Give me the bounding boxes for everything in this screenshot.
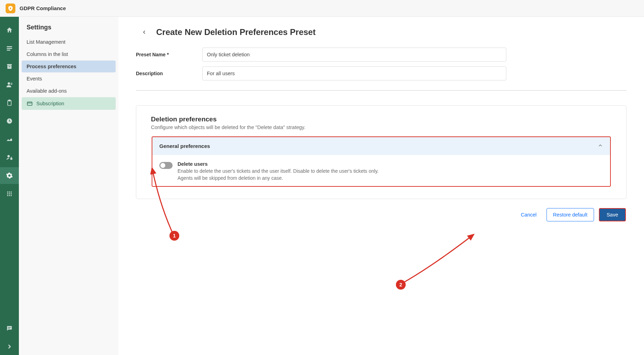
accordion-body: Delete users Enable to delete the user's…: [152, 155, 610, 186]
svg-rect-9: [10, 84, 12, 85]
chevron-left-icon: [142, 30, 147, 35]
accordion-label: General preferences: [159, 143, 210, 149]
left-rail: [0, 17, 19, 355]
svg-rect-1: [7, 46, 12, 47]
toggle-title: Delete users: [178, 161, 379, 167]
main-content: Create New Deletion Preferences Preset P…: [118, 17, 644, 355]
settings-item-events[interactable]: Events: [22, 73, 116, 85]
preset-name-label: Preset Name *: [136, 52, 202, 57]
rail-user-icon[interactable]: [0, 76, 19, 93]
app-logo-icon: [6, 3, 15, 13]
svg-rect-4: [7, 64, 12, 65]
settings-item-label: Events: [27, 76, 42, 81]
save-button[interactable]: Save: [599, 208, 626, 221]
svg-rect-14: [10, 158, 13, 160]
card-icon: [27, 100, 33, 107]
svg-rect-6: [9, 66, 10, 67]
settings-item-subscription[interactable]: Subscription: [22, 97, 116, 110]
preset-name-input[interactable]: [202, 48, 506, 62]
svg-rect-25: [8, 328, 10, 328]
page-title: Create New Deletion Preferences Preset: [156, 27, 316, 37]
rail-home-icon[interactable]: [0, 22, 19, 38]
svg-rect-8: [10, 83, 12, 84]
description-label: Description: [136, 71, 202, 76]
svg-point-20: [10, 193, 12, 194]
rail-clock-icon[interactable]: [0, 113, 19, 129]
annotation-arrow-2: [395, 231, 479, 287]
svg-point-22: [9, 195, 10, 196]
back-button[interactable]: [140, 28, 149, 36]
svg-rect-26: [27, 102, 32, 106]
delete-users-toggle[interactable]: [159, 162, 173, 169]
card-subtitle: Configure which objects will be deleted …: [151, 125, 612, 130]
settings-item-columns[interactable]: Columns in the list: [22, 48, 116, 60]
divider: [136, 90, 627, 91]
rail-clipboard-icon[interactable]: [0, 94, 19, 111]
badge-number: 1: [173, 233, 176, 239]
rail-expand-icon[interactable]: [0, 338, 19, 355]
rail-locked-user-icon[interactable]: [0, 149, 19, 166]
svg-point-23: [10, 195, 12, 196]
chevron-up-icon: [598, 143, 603, 149]
svg-point-16: [9, 191, 10, 192]
settings-item-label: List Management: [27, 39, 65, 45]
svg-point-7: [8, 82, 10, 85]
rail-apps-icon[interactable]: [0, 185, 19, 202]
svg-rect-3: [7, 50, 10, 51]
settings-item-addons[interactable]: Available add-ons: [22, 85, 116, 97]
badge-number: 2: [399, 282, 402, 287]
svg-rect-24: [8, 327, 11, 328]
rail-archive-icon[interactable]: [0, 58, 19, 75]
rail-chart-icon[interactable]: [0, 131, 19, 148]
svg-point-21: [7, 195, 8, 196]
annotation-badge-2: 2: [396, 280, 406, 290]
deletion-preferences-card: Deletion preferences Configure which obj…: [136, 105, 627, 199]
settings-item-process-preferences[interactable]: Process preferences: [22, 61, 116, 72]
card-title: Deletion preferences: [151, 115, 612, 123]
description-input[interactable]: [202, 66, 506, 80]
svg-rect-11: [9, 100, 10, 101]
settings-item-label: Available add-ons: [27, 88, 67, 94]
settings-item-label: Columns in the list: [27, 51, 68, 57]
rail-list-icon[interactable]: [0, 40, 19, 57]
app-header: GDPR Compliance: [0, 0, 644, 17]
svg-point-17: [10, 191, 12, 192]
app-title: GDPR Compliance: [20, 5, 66, 11]
restore-default-button[interactable]: Restore default: [547, 208, 594, 221]
svg-point-18: [7, 193, 8, 194]
toggle-desc-line2: Agents will be skipped from deletion in …: [178, 175, 379, 182]
toggle-desc-line1: Enable to delete the user's tickets and …: [178, 168, 379, 175]
settings-title: Settings: [22, 24, 116, 36]
svg-point-19: [9, 193, 10, 194]
cancel-button[interactable]: Cancel: [516, 208, 541, 221]
rail-chat-icon[interactable]: [0, 320, 19, 337]
svg-rect-5: [7, 66, 12, 69]
svg-point-13: [7, 155, 10, 157]
annotation-badge-1: 1: [169, 231, 179, 241]
general-preferences-accordion: General preferences Delete users Enable …: [152, 136, 611, 187]
rail-settings-icon[interactable]: [0, 167, 19, 184]
settings-item-label: Subscription: [36, 101, 64, 106]
settings-sidebar: Settings List Management Columns in the …: [19, 17, 118, 355]
svg-point-0: [10, 7, 11, 8]
svg-point-15: [7, 191, 8, 192]
action-row: Cancel Restore default Save: [136, 208, 626, 221]
svg-rect-2: [7, 48, 12, 49]
toggle-text: Delete users Enable to delete the user's…: [178, 161, 379, 182]
settings-item-label: Process preferences: [27, 64, 77, 69]
settings-item-list-management[interactable]: List Management: [22, 36, 116, 48]
accordion-header[interactable]: General preferences: [152, 137, 610, 155]
